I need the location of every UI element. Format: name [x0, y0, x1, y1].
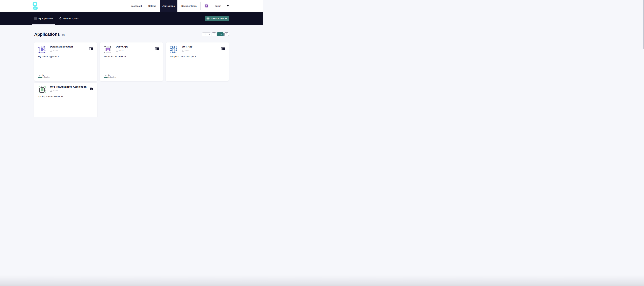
application-identicon	[38, 46, 46, 54]
tab-my-applications[interactable]: My applications	[32, 12, 55, 25]
subscriber-count: 1	[108, 74, 116, 76]
chevron-right-icon	[226, 33, 227, 35]
tab-my-subscriptions[interactable]: My subscriptions	[56, 12, 81, 25]
tab-label: My applications	[38, 17, 53, 20]
top-nav: DashboardCatalogApplicationsDocumentatio…	[131, 0, 196, 12]
application-title: Default Application	[50, 45, 73, 48]
subscriber-label: Subscriber	[42, 76, 50, 78]
share-icon	[59, 17, 62, 20]
card-divider	[103, 79, 160, 79]
application-title: Demo App	[116, 45, 128, 48]
create-an-app-label: CREATE AN APP	[211, 18, 227, 20]
applications-grid: Default Application admin My default app…	[34, 43, 229, 117]
application-description: An app created with DCR	[38, 95, 93, 98]
application-type-icon	[90, 87, 93, 90]
application-identicon	[104, 46, 112, 54]
application-owner: admin	[53, 90, 58, 92]
application-description: An app to demo JWT plans	[170, 55, 225, 58]
application-type-icon	[90, 47, 93, 50]
application-card[interactable]: My First Advanced Application admin	[34, 83, 97, 117]
chevron-left-icon	[214, 33, 215, 35]
nav-item-dashboard[interactable]: Dashboard	[131, 0, 142, 12]
application-title: My First Advanced Application	[50, 85, 86, 88]
subscribers-group-icon	[104, 75, 108, 78]
subscribers-metric: 1 Subscriber	[38, 74, 93, 78]
previous-page-button[interactable]	[212, 32, 216, 36]
application-type-icon	[155, 47, 159, 50]
gravitee-logo-icon[interactable]	[32, 2, 38, 10]
main-content: Applications (4) 12 1 / 1	[0, 25, 263, 117]
application-owner: admin	[184, 49, 190, 52]
nav-item-catalog[interactable]: Catalog	[148, 0, 156, 12]
caret-down-icon	[208, 34, 210, 35]
applications-count: (4)	[62, 34, 64, 36]
stack-icon	[34, 17, 37, 20]
subscriber-count: 1	[42, 74, 50, 76]
create-an-app-button[interactable]: CREATE AN APP	[205, 16, 229, 21]
page-size-select[interactable]: 12	[202, 32, 211, 36]
application-card[interactable]: Demo App admin Demo app for free trial	[100, 43, 163, 81]
application-type-icon	[221, 47, 225, 50]
next-page-button[interactable]	[224, 32, 229, 36]
user-icon	[50, 90, 52, 92]
application-identicon	[170, 46, 178, 54]
user-icon	[116, 50, 118, 52]
subscribers-group-icon	[38, 75, 42, 78]
page-title: Applications	[34, 32, 60, 37]
application-title: JWT App	[182, 45, 192, 48]
subscriber-label: Subscriber	[108, 76, 116, 78]
subscribers-metric: 1 Subscriber	[104, 74, 159, 78]
card-divider	[37, 79, 94, 79]
pagination: 12 1 / 1	[202, 32, 229, 36]
tab-label: My subscriptions	[63, 17, 78, 20]
current-page-indicator: 1 / 1	[217, 32, 224, 36]
caret-down-icon[interactable]	[227, 5, 229, 7]
user-icon	[50, 50, 52, 52]
application-card[interactable]: JWT App admin An app to demo JWT plans	[166, 43, 229, 81]
user-name[interactable]: admin	[215, 5, 221, 7]
application-owner: admin	[53, 49, 58, 52]
application-owner: admin	[118, 49, 124, 52]
application-description: Demo app for free trial	[104, 55, 159, 58]
card-divider	[168, 79, 226, 79]
user-identicon-avatar[interactable]	[204, 3, 209, 9]
user-icon	[182, 50, 184, 52]
applications-sub-bar: My applications My subscriptions	[0, 12, 263, 25]
nav-item-applications[interactable]: Applications	[160, 0, 178, 12]
nav-item-documentation[interactable]: Documentation	[181, 0, 196, 12]
application-description: My default application	[38, 55, 93, 58]
application-card[interactable]: Default Application admin My default app…	[34, 43, 97, 81]
application-identicon	[38, 86, 46, 94]
page-size-value: 12	[204, 33, 206, 36]
top-bar: DashboardCatalogApplicationsDocumentatio…	[0, 0, 263, 12]
plus-circle-icon	[206, 17, 210, 20]
